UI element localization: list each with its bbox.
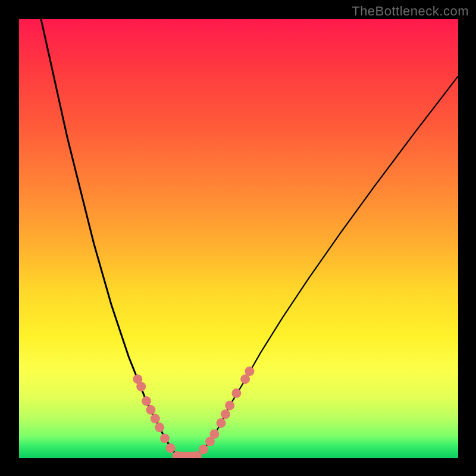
watermark-text: TheBottleneck.com	[352, 4, 469, 19]
data-marker	[199, 444, 208, 454]
curve-right	[195, 76, 458, 456]
data-marker	[231, 389, 241, 398]
data-marker	[209, 429, 219, 439]
data-marker	[217, 418, 226, 428]
data-marker	[136, 382, 146, 392]
data-marker	[155, 422, 164, 432]
data-marker	[160, 434, 170, 443]
chart-frame: TheBottleneck.com	[0, 0, 476, 476]
data-marker	[166, 443, 176, 453]
plot-area	[19, 19, 458, 458]
data-marker	[142, 396, 151, 406]
data-marker	[146, 405, 155, 415]
data-marker	[245, 367, 254, 376]
data-marker	[151, 414, 160, 424]
data-marker	[221, 409, 230, 419]
bottleneck-curve	[19, 19, 458, 458]
curve-left	[41, 19, 177, 456]
data-marker	[225, 400, 234, 410]
